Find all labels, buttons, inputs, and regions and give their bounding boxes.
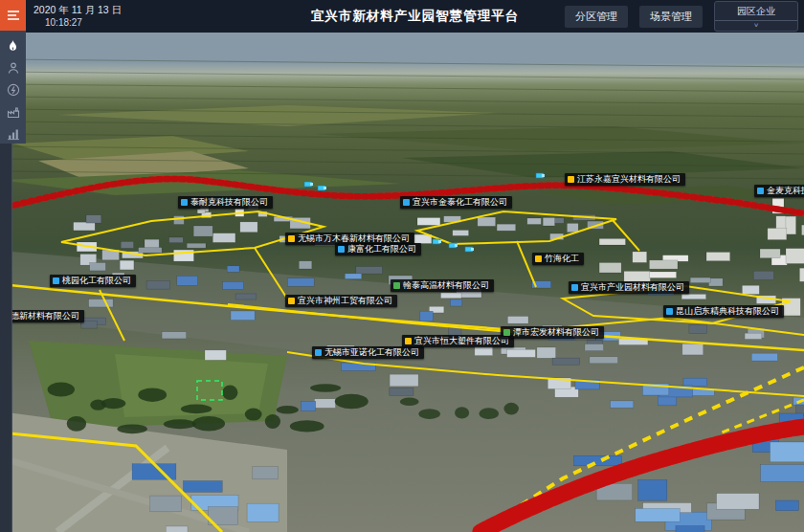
map-3d-view[interactable]: 泰耐克科技有限公司宜兴市金泰化工有限公司无锡市万木春新材料有限公司康富化工有限公… bbox=[0, 0, 804, 532]
fire-alarm-icon[interactable] bbox=[6, 38, 21, 54]
truck-icon bbox=[536, 173, 545, 178]
company-label-text: 康富化工有限公司 bbox=[347, 245, 416, 254]
company-label[interactable]: 宜兴市产业园材料有限公司 bbox=[569, 281, 689, 294]
company-label[interactable]: 潭市宏发材料有限公司 bbox=[501, 326, 604, 339]
company-marker-icon bbox=[757, 188, 764, 194]
company-label-text: 竹海化工 bbox=[545, 255, 579, 263]
company-marker-icon bbox=[288, 235, 295, 242]
company-label-text: 桃园化工有限公司 bbox=[62, 277, 131, 285]
dropdown-label: 园区企业 bbox=[737, 4, 775, 20]
company-marker-icon bbox=[338, 246, 345, 253]
company-label-text: 宜兴市神州工贸有限公司 bbox=[298, 297, 392, 305]
left-toolbar-rail bbox=[0, 142, 12, 532]
company-label[interactable]: 江苏永嘉宜兴材料有限公司 bbox=[565, 173, 685, 186]
company-label-text: 金麦克科技有限公司 bbox=[767, 187, 804, 195]
company-label-text: 翰泰高温材料有限公司 bbox=[403, 281, 489, 290]
company-marker-icon bbox=[315, 349, 322, 356]
enterprise-icon[interactable] bbox=[6, 104, 21, 120]
menu-icon[interactable] bbox=[0, 0, 26, 31]
truck-icon bbox=[304, 182, 313, 187]
top-header-bar: 2020 年 11 月 13 日 10:18:27 宜兴市新材料产业园智慧管理平… bbox=[26, 0, 804, 33]
statistics-icon[interactable] bbox=[6, 126, 21, 142]
truck-icon bbox=[433, 239, 441, 244]
company-label-text: 宜兴市金泰化工有限公司 bbox=[413, 198, 507, 207]
scene-management-button[interactable]: 场景管理 bbox=[639, 6, 703, 28]
chevron-down-icon: ˅ bbox=[754, 21, 759, 31]
company-marker-icon bbox=[53, 277, 59, 284]
smart-park-platform: 泰耐克科技有限公司宜兴市金泰化工有限公司无锡市万木春新材料有限公司康富化工有限公… bbox=[0, 0, 804, 532]
company-marker-icon bbox=[181, 199, 188, 206]
company-label-text: 泰耐克科技有限公司 bbox=[190, 198, 268, 207]
company-label-text: 无锡市亚诺化工有限公司 bbox=[324, 348, 419, 357]
company-marker-icon bbox=[403, 199, 410, 206]
company-label[interactable]: 克瑞德新材料有限公司 bbox=[0, 310, 84, 322]
map-canvas bbox=[0, 0, 804, 532]
company-label[interactable]: 竹海化工 bbox=[532, 253, 584, 265]
company-label[interactable]: 宜兴市金泰化工有限公司 bbox=[400, 196, 512, 209]
zone-management-button[interactable]: 分区管理 bbox=[565, 6, 628, 28]
company-marker-icon bbox=[503, 329, 510, 336]
company-label-text: 无锡市万木春新材料有限公司 bbox=[298, 234, 410, 243]
time-text: 10:18:27 bbox=[34, 16, 122, 30]
company-label-text: 宜兴市恒大塑件有限公司 bbox=[414, 337, 509, 345]
company-marker-icon bbox=[393, 282, 400, 289]
company-label-text: 江苏永嘉宜兴材料有限公司 bbox=[577, 175, 681, 184]
company-marker-icon bbox=[571, 284, 578, 291]
datetime-display: 2020 年 11 月 13 日 10:18:27 bbox=[34, 3, 122, 30]
company-label-text: 昆山启东精典科技有限公司 bbox=[676, 307, 779, 316]
company-label-text: 潭市宏发材料有限公司 bbox=[513, 328, 599, 337]
truck-icon bbox=[318, 186, 326, 190]
company-marker-icon bbox=[405, 338, 412, 344]
page-title: 宜兴市新材料产业园智慧管理平台 bbox=[311, 8, 520, 25]
left-toolbar bbox=[0, 31, 26, 144]
truck-icon bbox=[449, 243, 458, 248]
company-label[interactable]: 宜兴市神州工贸有限公司 bbox=[285, 295, 397, 307]
company-label[interactable]: 泰耐克科技有限公司 bbox=[178, 196, 273, 209]
company-label[interactable]: 康富化工有限公司 bbox=[335, 243, 421, 255]
company-label[interactable]: 翰泰高温材料有限公司 bbox=[391, 279, 494, 292]
company-label-text: 宜兴市产业园材料有限公司 bbox=[581, 283, 684, 292]
header-actions: 分区管理 场景管理 园区企业 ˅ bbox=[565, 0, 798, 33]
company-label[interactable]: 桃园化工有限公司 bbox=[50, 275, 136, 287]
company-label[interactable]: 无锡市亚诺化工有限公司 bbox=[312, 346, 424, 359]
company-marker-icon bbox=[535, 255, 542, 262]
date-text: 2020 年 11 月 13 日 bbox=[34, 3, 122, 16]
park-enterprise-dropdown[interactable]: 园区企业 ˅ bbox=[714, 1, 798, 33]
company-label[interactable]: 昆山启东精典科技有限公司 bbox=[663, 305, 784, 318]
truck-icon bbox=[465, 247, 474, 252]
company-marker-icon bbox=[666, 308, 673, 315]
company-label[interactable]: 金麦克科技有限公司 bbox=[754, 185, 804, 197]
personnel-icon[interactable] bbox=[6, 60, 21, 76]
energy-icon[interactable] bbox=[6, 82, 21, 98]
company-marker-icon bbox=[288, 298, 295, 304]
company-label[interactable]: 宜兴市恒大塑件有限公司 bbox=[402, 335, 514, 347]
company-marker-icon bbox=[568, 176, 574, 183]
